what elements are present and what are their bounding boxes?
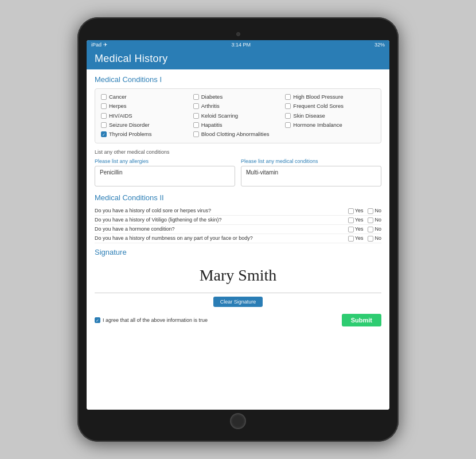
yes-label-1: Yes bbox=[355, 208, 364, 213]
q2-no-checkbox[interactable] bbox=[368, 217, 373, 223]
hiv-label: HIV/AIDS bbox=[109, 112, 132, 119]
arthritis-label: Arthritis bbox=[201, 103, 220, 110]
condition-cold-sores[interactable]: Frequent Cold Sores bbox=[285, 103, 375, 110]
medical-conditions-field-group: Please list any medical conditions Multi… bbox=[241, 158, 381, 186]
condition-keloid[interactable]: Keloid Scarring bbox=[193, 112, 283, 119]
battery-label: 32% bbox=[374, 42, 385, 48]
condition-empty bbox=[285, 131, 375, 138]
q3-yes-checkbox[interactable] bbox=[348, 227, 354, 232]
conditions2-list: Do you have a history of cold sore or he… bbox=[95, 207, 381, 243]
question-1-yes-no: Yes No bbox=[348, 208, 381, 214]
hepatitis-label: Hapatitis bbox=[201, 122, 223, 129]
condition-blood-clotting[interactable]: Blood Clotting Abnormalities bbox=[193, 131, 283, 138]
condition-seizure[interactable]: Seizure Disorder bbox=[101, 122, 191, 129]
question-2-row: Do you have a history of Vitiligo (ligth… bbox=[95, 216, 381, 225]
question-3-row: Do you have a hormone condition? Yes No bbox=[95, 225, 381, 234]
question-1-row: Do you have a history of cold sore or he… bbox=[95, 207, 381, 216]
keloid-checkbox[interactable] bbox=[193, 113, 199, 119]
clear-signature-button[interactable]: Clear Signature bbox=[213, 297, 263, 307]
skin-disease-checkbox[interactable] bbox=[285, 113, 291, 119]
tablet-screen: iPad ✈ 3:14 PM 32% Medical History Medic… bbox=[87, 40, 389, 410]
yes-label-4: Yes bbox=[355, 235, 364, 241]
home-button[interactable] bbox=[230, 413, 246, 429]
skin-disease-label: Skin Disease bbox=[293, 112, 325, 119]
question-3-no[interactable]: No bbox=[368, 226, 381, 232]
question-3-text: Do you have a hormone condition? bbox=[95, 226, 348, 232]
allergies-input[interactable]: Penicillin bbox=[95, 166, 235, 186]
diabetes-label: Diabetes bbox=[201, 94, 223, 100]
q1-no-checkbox[interactable] bbox=[368, 208, 373, 214]
q4-no-checkbox[interactable] bbox=[368, 236, 373, 242]
signature-text: Mary Smith bbox=[200, 266, 277, 285]
seizure-label: Seizure Disorder bbox=[109, 122, 150, 129]
app-title: Medical History bbox=[95, 53, 168, 64]
thyroid-checkbox[interactable] bbox=[101, 131, 107, 137]
hormone-checkbox[interactable] bbox=[285, 122, 291, 128]
content-area: Medical Conditions I Cancer Diabetes Hig… bbox=[87, 69, 389, 410]
cold-sores-checkbox[interactable] bbox=[285, 103, 291, 109]
allergies-row: Please list any allergies Penicillin Ple… bbox=[95, 158, 381, 186]
cancer-label: Cancer bbox=[109, 94, 127, 100]
question-4-no[interactable]: No bbox=[368, 235, 381, 242]
conditions-grid: Cancer Diabetes High Blood Pressure Herp… bbox=[101, 94, 375, 138]
blood-clotting-label: Blood Clotting Abnormalities bbox=[201, 131, 270, 138]
q3-no-checkbox[interactable] bbox=[368, 227, 373, 232]
seizure-checkbox[interactable] bbox=[101, 122, 107, 128]
condition-skin-disease[interactable]: Skin Disease bbox=[285, 112, 375, 119]
condition-diabetes[interactable]: Diabetes bbox=[193, 94, 283, 100]
question-2-yes-no: Yes No bbox=[348, 217, 381, 223]
condition-cancer[interactable]: Cancer bbox=[101, 94, 191, 100]
no-label-2: No bbox=[374, 217, 381, 223]
condition-high-bp[interactable]: High Blood Pressure bbox=[285, 94, 375, 100]
condition-arthritis[interactable]: Arthritis bbox=[193, 103, 283, 110]
conditions-box: Cancer Diabetes High Blood Pressure Herp… bbox=[95, 88, 381, 143]
diabetes-checkbox[interactable] bbox=[193, 94, 199, 100]
q2-yes-checkbox[interactable] bbox=[348, 217, 354, 223]
cancer-checkbox[interactable] bbox=[101, 94, 107, 100]
question-3-yes[interactable]: Yes bbox=[348, 226, 364, 232]
signature-box[interactable]: Mary Smith bbox=[95, 259, 381, 293]
question-2-yes[interactable]: Yes bbox=[348, 217, 364, 223]
hormone-label: Hormone Imbalance bbox=[293, 122, 342, 129]
arthritis-checkbox[interactable] bbox=[193, 103, 199, 109]
tablet-top-bar bbox=[87, 28, 389, 40]
condition-hiv[interactable]: HIV/AIDS bbox=[101, 112, 191, 119]
condition-herpes[interactable]: Herpes bbox=[101, 103, 191, 110]
section2-title: Medical Conditions II bbox=[95, 193, 381, 202]
question-4-yes[interactable]: Yes bbox=[348, 235, 364, 242]
app-header: Medical History bbox=[87, 49, 389, 69]
signature-title: Signature bbox=[95, 248, 381, 256]
condition-hepatitis[interactable]: Hapatitis bbox=[193, 122, 283, 129]
question-2-no[interactable]: No bbox=[368, 217, 381, 223]
hepatitis-checkbox[interactable] bbox=[193, 122, 199, 128]
question-1-no[interactable]: No bbox=[368, 208, 381, 214]
thyroid-label: Thyroid Problems bbox=[109, 131, 151, 138]
submit-button[interactable]: Submit bbox=[342, 314, 381, 326]
tablet-bottom-bar bbox=[87, 413, 389, 429]
hiv-checkbox[interactable] bbox=[101, 113, 107, 119]
high-bp-checkbox[interactable] bbox=[285, 94, 291, 100]
status-bar: iPad ✈ 3:14 PM 32% bbox=[87, 40, 389, 49]
signature-section: Signature Mary Smith Clear Signature I a… bbox=[95, 248, 381, 329]
blood-clotting-checkbox[interactable] bbox=[193, 131, 199, 137]
allergies-field-group: Please list any allergies Penicillin bbox=[95, 158, 235, 186]
no-label-4: No bbox=[374, 235, 381, 241]
yes-label-2: Yes bbox=[355, 217, 364, 223]
agree-label[interactable]: I agree that all of the above informatio… bbox=[95, 317, 208, 323]
ipad-wifi-label: iPad ✈ bbox=[91, 42, 108, 48]
condition-hormone[interactable]: Hormone Imbalance bbox=[285, 122, 375, 129]
q4-yes-checkbox[interactable] bbox=[348, 236, 354, 242]
cold-sores-label: Frequent Cold Sores bbox=[293, 103, 344, 110]
herpes-checkbox[interactable] bbox=[101, 103, 107, 109]
no-label-1: No bbox=[374, 208, 381, 213]
medical-conditions-input[interactable]: Multi-vitamin bbox=[241, 166, 381, 186]
footer-row: I agree that all of the above informatio… bbox=[95, 312, 381, 329]
agree-checkbox[interactable] bbox=[95, 317, 100, 323]
q1-yes-checkbox[interactable] bbox=[348, 208, 354, 214]
question-4-yes-no: Yes No bbox=[348, 235, 381, 242]
other-conditions-note: List any other medical conditions bbox=[95, 149, 381, 155]
condition-thyroid[interactable]: Thyroid Problems bbox=[101, 131, 191, 138]
question-3-yes-no: Yes No bbox=[348, 226, 381, 232]
status-bar-right: 32% bbox=[374, 42, 385, 48]
question-1-yes[interactable]: Yes bbox=[348, 208, 364, 214]
